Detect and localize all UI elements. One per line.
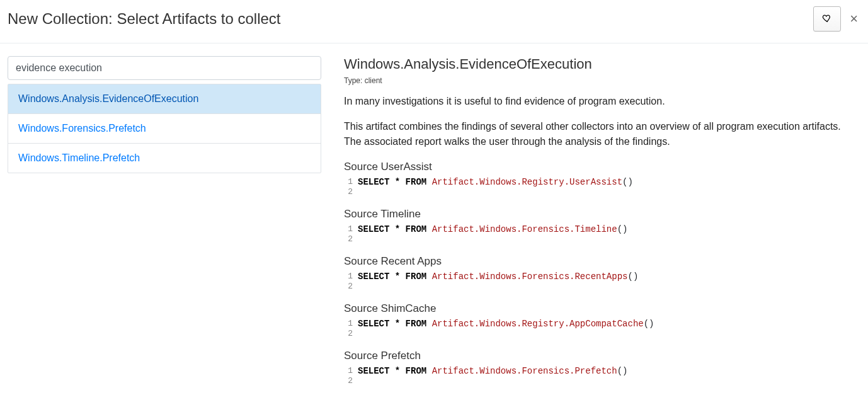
detail-panel: Windows.Analysis.EvidenceOfExecution Typ… — [344, 56, 860, 386]
close-icon: × — [850, 11, 858, 26]
artifact-description: In many investigations it is useful to f… — [344, 94, 853, 149]
sources-container: Source UserAssist1SELECT * FROM Artifact… — [344, 161, 853, 386]
line-number: 1 — [344, 224, 358, 234]
line-number: 2 — [344, 329, 358, 338]
artifact-item[interactable]: Windows.Forensics.Prefetch — [8, 114, 321, 144]
left-panel: Windows.Analysis.EvidenceOfExecutionWind… — [8, 56, 321, 386]
source-title: Source Timeline — [344, 208, 853, 220]
desc-paragraph: This artifact combines the findings of s… — [344, 119, 853, 149]
source-title: Source Prefetch — [344, 350, 853, 362]
artifact-title: Windows.Analysis.EvidenceOfExecution — [344, 56, 853, 72]
source-block: Source ShimCache1SELECT * FROM Artifact.… — [344, 302, 853, 338]
line-number: 2 — [344, 282, 358, 291]
artifact-type: Type: client — [344, 76, 853, 85]
source-block: Source Prefetch1SELECT * FROM Artifact.W… — [344, 350, 853, 386]
source-block: Source Recent Apps1SELECT * FROM Artifac… — [344, 255, 853, 291]
code-block: 1SELECT * FROM Artifact.Windows.Registry… — [344, 319, 853, 338]
code-line: SELECT * FROM Artifact.Windows.Forensics… — [358, 272, 638, 282]
dialog-header: New Collection: Select Artifacts to coll… — [0, 0, 868, 43]
artifact-item[interactable]: Windows.Timeline.Prefetch — [8, 144, 321, 173]
desc-paragraph: In many investigations it is useful to f… — [344, 94, 853, 109]
page-title: New Collection: Select Artifacts to coll… — [8, 10, 281, 28]
source-title: Source UserAssist — [344, 161, 853, 173]
code-block: 1SELECT * FROM Artifact.Windows.Forensic… — [344, 272, 853, 291]
line-number: 1 — [344, 319, 358, 329]
search-input[interactable] — [8, 56, 321, 80]
line-number: 1 — [344, 366, 358, 376]
code-line: SELECT * FROM Artifact.Windows.Forensics… — [358, 224, 628, 234]
code-line: SELECT * FROM Artifact.Windows.Registry.… — [358, 319, 654, 329]
close-button[interactable]: × — [847, 11, 860, 27]
artifact-item[interactable]: Windows.Analysis.EvidenceOfExecution — [8, 84, 321, 114]
artifact-list: Windows.Analysis.EvidenceOfExecutionWind… — [8, 84, 321, 173]
main-content: Windows.Analysis.EvidenceOfExecutionWind… — [0, 43, 868, 386]
source-title: Source Recent Apps — [344, 255, 853, 268]
code-block: 1SELECT * FROM Artifact.Windows.Forensic… — [344, 224, 853, 244]
header-actions: × — [813, 6, 860, 31]
code-block: 1SELECT * FROM Artifact.Windows.Forensic… — [344, 366, 853, 386]
heart-icon — [821, 13, 833, 25]
code-line: SELECT * FROM Artifact.Windows.Registry.… — [358, 177, 633, 187]
favorite-button[interactable] — [813, 6, 841, 31]
line-number: 1 — [344, 177, 358, 187]
source-block: Source Timeline1SELECT * FROM Artifact.W… — [344, 208, 853, 244]
code-block: 1SELECT * FROM Artifact.Windows.Registry… — [344, 177, 853, 197]
source-block: Source UserAssist1SELECT * FROM Artifact… — [344, 161, 853, 197]
line-number: 2 — [344, 234, 358, 244]
line-number: 1 — [344, 272, 358, 282]
source-title: Source ShimCache — [344, 302, 853, 315]
code-line: SELECT * FROM Artifact.Windows.Forensics… — [358, 366, 628, 376]
line-number: 2 — [344, 187, 358, 197]
line-number: 2 — [344, 376, 358, 386]
